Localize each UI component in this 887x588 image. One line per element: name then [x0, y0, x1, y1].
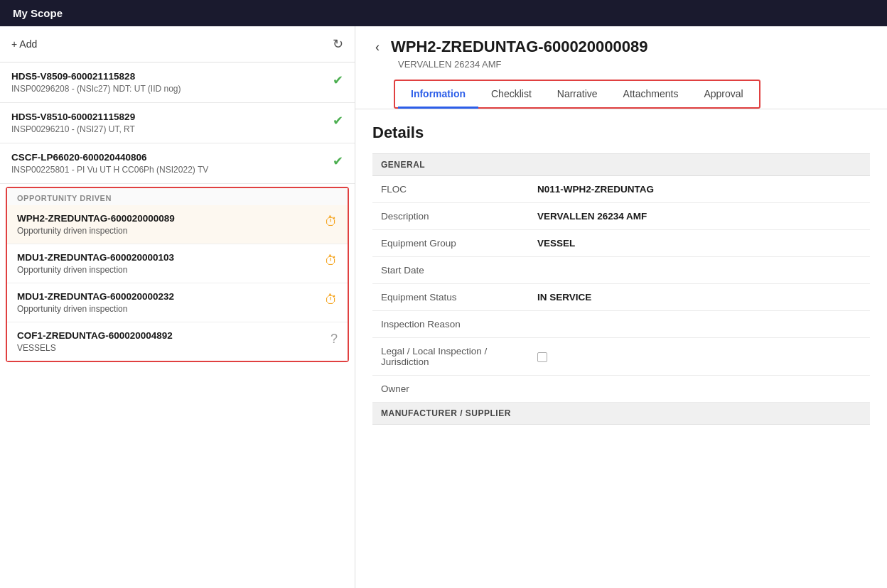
detail-title-row: ‹ WPH2-ZREDUNTAG-600020000089 — [372, 38, 870, 56]
left-panel: + Add ↻ HDS5-V8509-600021115828 INSP0029… — [0, 26, 355, 588]
item-content: CSCF-LP66020-600020440806 INSP00225801 -… — [11, 152, 333, 175]
item-title: WPH2-ZREDUNTAG-600020000089 — [17, 213, 325, 224]
field-label: Inspection Reason — [372, 311, 529, 338]
table-row: Equipment Group VESSEL — [372, 230, 870, 257]
check-icon: ✔ — [333, 72, 343, 88]
check-icon: ✔ — [333, 113, 343, 129]
opportunity-header: OPPORTUNITY DRIVEN — [7, 188, 348, 205]
item-subtitle: Opportunity driven inspection — [17, 226, 325, 236]
field-label: Start Date — [372, 257, 529, 284]
clock-icon: ⏱ — [325, 254, 338, 268]
table-row: Inspection Reason — [372, 311, 870, 338]
tab-information[interactable]: Information — [398, 81, 478, 109]
opportunity-item[interactable]: COF1-ZREDUNTAG-600020004892 VESSELS ? — [7, 322, 348, 361]
detail-subtitle: VERVALLEN 26234 AMF — [398, 59, 870, 70]
list-item[interactable]: HDS5-V8510-600021115829 INSP00296210 - (… — [0, 103, 355, 143]
question-icon: ? — [330, 332, 338, 347]
table-row: Equipment Status IN SERVICE — [372, 284, 870, 311]
detail-table: GENERAL FLOC N011-WPH2-ZREDUNTAG Descrip… — [372, 153, 870, 425]
clock-icon: ⏱ — [325, 293, 338, 307]
app-title: My Scope — [13, 7, 63, 19]
add-button[interactable]: + Add — [11, 38, 37, 50]
check-icon: ✔ — [333, 153, 343, 169]
top-bar: My Scope — [0, 0, 887, 26]
tab-approval[interactable]: Approval — [691, 81, 756, 109]
table-row: FLOC N011-WPH2-ZREDUNTAG — [372, 176, 870, 203]
checkbox-jurisdiction[interactable] — [537, 352, 547, 362]
item-title: HDS5-V8510-600021115829 — [11, 111, 333, 122]
clock-icon: ⏱ — [325, 214, 338, 229]
item-subtitle: INSP00296208 - (NSIc27) NDT: UT (IID nog… — [11, 84, 333, 94]
item-content: MDU1-ZREDUNTAG-600020000103 Opportunity … — [17, 252, 325, 275]
section-title: Details — [372, 124, 870, 142]
item-title: HDS5-V8509-600021115828 — [11, 71, 333, 82]
field-value: VERVALLEN 26234 AMF — [529, 203, 870, 230]
opportunity-item[interactable]: MDU1-ZREDUNTAG-600020000232 Opportunity … — [7, 283, 348, 322]
tab-narrative[interactable]: Narrative — [544, 81, 611, 109]
field-label: Equipment Group — [372, 230, 529, 257]
list-item[interactable]: HDS5-V8509-600021115828 INSP00296208 - (… — [0, 62, 355, 103]
field-value — [529, 376, 870, 403]
table-row: Legal / Local Inspection / Jurisdiction — [372, 338, 870, 376]
refresh-icon[interactable]: ↻ — [333, 36, 343, 52]
detail-header: ‹ WPH2-ZREDUNTAG-600020000089 VERVALLEN … — [355, 26, 887, 109]
table-row: Description VERVALLEN 26234 AMF — [372, 203, 870, 230]
group-label-manufacturer: MANUFACTURER / SUPPLIER — [372, 403, 870, 425]
field-label: Description — [372, 203, 529, 230]
list-area: HDS5-V8509-600021115828 INSP00296208 - (… — [0, 62, 355, 588]
detail-body: Details GENERAL FLOC N011-WPH2-ZREDUNTAG… — [355, 109, 887, 588]
left-header: + Add ↻ — [0, 26, 355, 62]
field-label: FLOC — [372, 176, 529, 203]
item-content: MDU1-ZREDUNTAG-600020000232 Opportunity … — [17, 291, 325, 314]
tabs-row: Information Checklist Narrative Attachme… — [394, 80, 760, 109]
item-subtitle: Opportunity driven inspection — [17, 304, 325, 314]
tab-checklist[interactable]: Checklist — [478, 81, 544, 109]
field-value: VESSEL — [529, 230, 870, 257]
item-content: WPH2-ZREDUNTAG-600020000089 Opportunity … — [17, 213, 325, 236]
item-content: COF1-ZREDUNTAG-600020004892 VESSELS — [17, 330, 330, 353]
detail-title: WPH2-ZREDUNTAG-600020000089 — [391, 38, 648, 56]
item-subtitle: Opportunity driven inspection — [17, 265, 325, 275]
item-title: MDU1-ZREDUNTAG-600020000103 — [17, 252, 325, 263]
field-value — [529, 257, 870, 284]
item-title: MDU1-ZREDUNTAG-600020000232 — [17, 291, 325, 302]
item-content: HDS5-V8509-600021115828 INSP00296208 - (… — [11, 71, 333, 94]
field-value — [529, 311, 870, 338]
app-container: My Scope + Add ↻ HDS5-V8509-600021115828… — [0, 0, 887, 588]
tab-attachments[interactable]: Attachments — [611, 81, 692, 109]
field-value: N011-WPH2-ZREDUNTAG — [529, 176, 870, 203]
add-label: + Add — [11, 38, 37, 50]
main-layout: + Add ↻ HDS5-V8509-600021115828 INSP0029… — [0, 26, 887, 588]
field-value[interactable] — [529, 338, 870, 376]
field-label: Legal / Local Inspection / Jurisdiction — [372, 338, 529, 376]
field-label: Owner — [372, 376, 529, 403]
item-subtitle: INSP00225801 - PI Vu UT H CC06Ph (NSI202… — [11, 165, 333, 175]
opportunity-item[interactable]: WPH2-ZREDUNTAG-600020000089 Opportunity … — [7, 205, 348, 244]
item-content: HDS5-V8510-600021115829 INSP00296210 - (… — [11, 111, 333, 134]
field-value: IN SERVICE — [529, 284, 870, 311]
table-row: Start Date — [372, 257, 870, 284]
item-subtitle: INSP00296210 - (NSI27) UT, RT — [11, 124, 333, 134]
list-item[interactable]: CSCF-LP66020-600020440806 INSP00225801 -… — [0, 143, 355, 184]
group-header-general: GENERAL — [372, 154, 870, 176]
back-button[interactable]: ‹ — [372, 38, 382, 56]
opportunity-section: OPPORTUNITY DRIVEN WPH2-ZREDUNTAG-600020… — [6, 187, 349, 362]
item-title: COF1-ZREDUNTAG-600020004892 — [17, 330, 330, 341]
group-label-general: GENERAL — [372, 154, 870, 176]
opportunity-item[interactable]: MDU1-ZREDUNTAG-600020000103 Opportunity … — [7, 244, 348, 283]
right-panel: ‹ WPH2-ZREDUNTAG-600020000089 VERVALLEN … — [355, 26, 887, 588]
item-subtitle: VESSELS — [17, 343, 330, 353]
group-header-manufacturer: MANUFACTURER / SUPPLIER — [372, 403, 870, 425]
item-title: CSCF-LP66020-600020440806 — [11, 152, 333, 163]
field-label: Equipment Status — [372, 284, 529, 311]
table-row: Owner — [372, 376, 870, 403]
